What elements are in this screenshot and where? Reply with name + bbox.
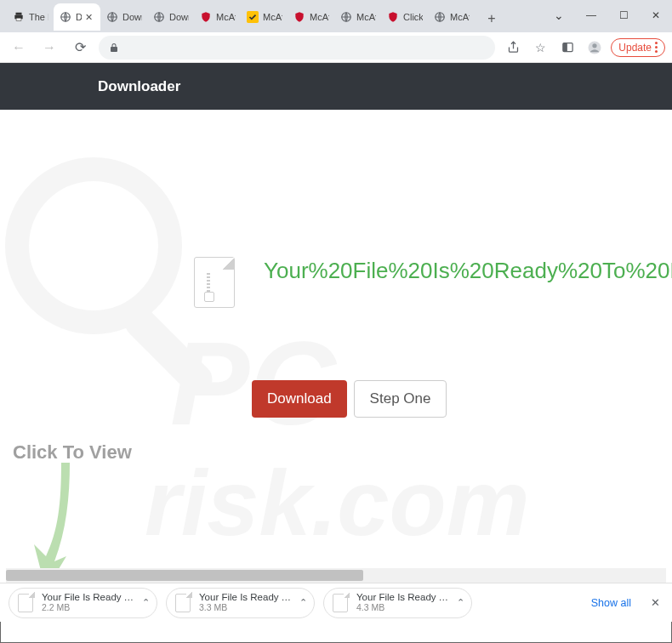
arrow-icon [22, 463, 70, 583]
close-window-button[interactable]: ✕ [640, 5, 672, 26]
page-header: Downloader [0, 63, 672, 110]
downloads-bar: Your File Is Ready T....iso2.2 MB⌃Your F… [0, 583, 672, 622]
file-icon [174, 592, 192, 614]
tab-favicon [386, 10, 400, 24]
button-row: Download Step One [252, 380, 447, 418]
tab-9[interactable]: McAf [428, 3, 475, 31]
tab-3[interactable]: Down [147, 3, 194, 31]
side-panel-icon[interactable] [556, 37, 578, 59]
tab-label: The P [29, 12, 48, 22]
tab-label: McAf [216, 12, 236, 22]
chevron-up-icon[interactable]: ⌃ [457, 597, 464, 608]
step-one-button[interactable]: Step One [354, 380, 447, 418]
back-button[interactable]: ← [7, 36, 31, 60]
tab-label: McAf [450, 12, 470, 22]
tab-label: Click [403, 12, 423, 22]
tab-label: McAf [263, 12, 282, 22]
lock-icon [107, 41, 121, 54]
tab-0[interactable]: The P [7, 3, 54, 31]
tab-label: McAf [356, 12, 376, 22]
svg-rect-10 [563, 43, 567, 52]
tab-label: McAf [310, 12, 329, 22]
maximize-button[interactable]: ☐ [607, 5, 640, 26]
svg-rect-0 [16, 13, 22, 15]
tab-favicon [199, 10, 213, 24]
file-icon [194, 257, 235, 308]
svg-point-12 [593, 43, 597, 48]
update-label: Update [618, 42, 652, 54]
download-size: 4.3 MB [356, 603, 450, 613]
download-item-1[interactable]: Your File Is Ready T....iso3.3 MB⌃ [166, 588, 315, 618]
update-button[interactable]: Update [611, 38, 665, 57]
tab-2[interactable]: Down [100, 3, 147, 31]
page-content: Your%20File%20Is%20Ready%20To%20Dow Down… [0, 110, 672, 583]
tab-7[interactable]: McAf [334, 3, 381, 31]
download-button[interactable]: Download [252, 380, 347, 418]
tab-favicon [339, 10, 353, 24]
browser-titlebar: The PDo✕DownDownMcAfMcAfMcAfMcAfClickMcA… [0, 0, 672, 32]
reload-button[interactable]: ⟳ [68, 36, 92, 60]
download-size: 2.2 MB [42, 603, 135, 613]
share-icon[interactable] [502, 37, 524, 59]
forward-button[interactable]: → [37, 36, 61, 60]
file-icon [331, 592, 350, 614]
download-item-0[interactable]: Your File Is Ready T....iso2.2 MB⌃ [9, 588, 157, 618]
toolbar-icons: ☆ Update [502, 37, 665, 59]
screenshot-border [0, 622, 672, 643]
close-downloads-button[interactable]: ✕ [646, 596, 663, 609]
click-to-view-label: Click To View [13, 441, 132, 464]
chevron-up-icon[interactable]: ⌃ [142, 597, 150, 608]
horizontal-scrollbar[interactable] [6, 568, 666, 583]
brand-title: Downloader [98, 78, 180, 95]
scrollbar-thumb[interactable] [6, 570, 363, 581]
browser-toolbar: ← → ⟳ ☆ Update [0, 32, 672, 63]
profile-icon[interactable] [584, 37, 606, 59]
tab-favicon [293, 10, 306, 24]
show-all-link[interactable]: Show all [591, 597, 631, 609]
download-items: Your File Is Ready T....iso2.2 MB⌃Your F… [9, 588, 472, 618]
tab-label: Do [76, 12, 82, 22]
chevron-up-icon[interactable]: ⌃ [299, 597, 307, 608]
tab-1[interactable]: Do✕ [54, 3, 100, 31]
tab-favicon [246, 10, 259, 24]
window-controls: ⌄ — ☐ ✕ [543, 0, 672, 32]
tab-4[interactable]: McAf [194, 3, 241, 31]
download-size: 3.3 MB [199, 603, 293, 613]
file-icon [16, 592, 35, 614]
page-viewport: Downloader PC risk.com Your%20File%20Is%… [0, 63, 672, 583]
bookmark-icon[interactable]: ☆ [529, 37, 551, 59]
svg-rect-2 [16, 18, 21, 21]
tab-strip: The PDo✕DownDownMcAfMcAfMcAfMcAfClickMcA… [0, 3, 475, 32]
tab-5[interactable]: McAf [241, 3, 288, 31]
close-tab-icon[interactable]: ✕ [85, 12, 95, 22]
menu-icon [655, 46, 658, 48]
tab-label: Down [169, 12, 189, 22]
tab-favicon [152, 10, 166, 24]
tab-8[interactable]: Click [381, 3, 428, 31]
minimize-button[interactable]: — [575, 5, 607, 26]
tab-favicon [105, 10, 119, 24]
tab-label: Down [122, 12, 142, 22]
new-tab-button[interactable]: + [480, 7, 504, 31]
download-item-2[interactable]: Your File Is Ready T....iso4.3 MB⌃ [323, 588, 472, 618]
tab-6[interactable]: McAf [288, 3, 334, 31]
tab-search-button[interactable]: ⌄ [543, 5, 575, 26]
tab-favicon [12, 10, 26, 24]
tab-favicon [433, 10, 447, 24]
headline: Your%20File%20Is%20Ready%20To%20Dow [264, 258, 672, 284]
address-bar[interactable] [99, 36, 495, 60]
tab-favicon [59, 10, 72, 24]
